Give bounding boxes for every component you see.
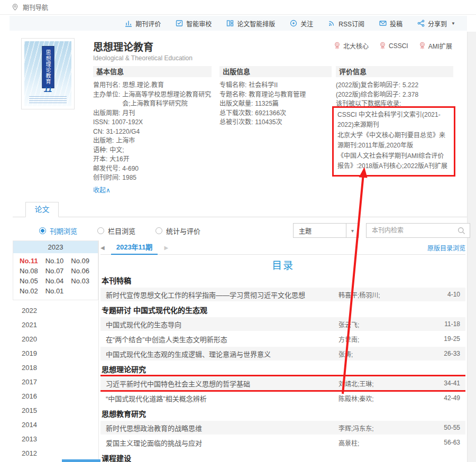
info-row: 曾用刊名:思想.理论.教育 [93,81,212,90]
current-issue-tab[interactable]: 2023年11期 [111,241,158,255]
badge-pku-core: 北大核心 [334,41,369,50]
info-row: 开本:大16开 [93,155,212,164]
toolbar-item-smart-proofread[interactable]: 智能审校 [176,19,212,28]
original-catalog-link[interactable]: 原版目录浏览 [427,243,465,252]
toolbar-item-label: 论文智能排版 [237,19,275,28]
journal-info-columns: 基本信息 曾用刊名:思想.理论.教育 主办单位:上海高等学校思想理论教育研究会;… [93,66,453,194]
medal-icon [419,42,426,50]
search-input[interactable] [367,227,457,234]
issue-no05[interactable]: No.05 [20,276,45,286]
medal-icon [334,42,341,50]
info-row: 邮发代号:4-690 [93,164,212,174]
collapse-link[interactable]: 收起∧ [93,185,111,194]
article-row[interactable]: 新时代思想政治教育的战略思维 李辉;冯东东; 50-55 [100,421,465,435]
year-item-2021[interactable]: 2021 [13,318,98,332]
toolbar-item-rss[interactable]: RSS订阅 [328,19,364,28]
journal-cover[interactable]: 思想理论教育 11 [21,38,75,109]
info-row: 主办单位:上海高等学校思想理论教育研究会;上海教育科学研究院 [93,90,212,109]
collapse-caret-icon: ∧ [106,187,111,194]
search-field-select[interactable]: 主题 ▾ [293,223,359,238]
section-name: 本刊特稿 [102,276,465,285]
journal-badges: 北大核心 CSSCI AMI扩展 [334,41,452,50]
year-item-2022[interactable]: 2022 [13,303,98,318]
issue-no08[interactable]: No.08 [20,266,45,276]
issue-no01[interactable]: No.01 [45,286,71,296]
radio-stats-evaluation[interactable]: 统计与评价 [155,226,200,236]
year-item-2019[interactable]: 2019 [13,346,98,361]
year-list: 2022 2021 2020 2019 2018 2017 2016 2015 … [13,303,98,462]
journal-cover-art: 思想理论教育 11 [24,41,71,106]
toolbar-item-smart-typeset[interactable]: 论文智能排版 [226,19,275,28]
next-issue-arrow-icon[interactable]: ▶ [164,245,168,251]
year-item-2016[interactable]: 2016 [13,389,98,403]
issue-no03[interactable]: No.03 [71,276,97,286]
toolbar-item-label: 分享到 [428,19,447,28]
source-entry: CSSCI 中文社会科学引文索引(2021-2022)来源期刊 [337,110,450,131]
article-row[interactable]: 新时代宣传思想文化工作的科学指南——学习贯彻习近平文化思想 韩喜平;杨羽川; 4… [100,288,465,301]
rss-icon [328,20,335,27]
toc-title: 目录 [100,260,465,272]
basic-info-header: 基本信息 [93,66,212,77]
year-block-2023: 2023 No.11 No.10 No.09 No.08 No.07 No.06… [13,241,98,300]
journal-title: 思想理论教育 [93,39,153,53]
article-row[interactable]: 在“两个结合”中创造人类生态文明新形态 方世南; 19-25 [100,332,465,346]
badge-label: AMI扩展 [428,41,452,50]
basic-info-column: 基本信息 曾用刊名:思想.理论.教育 主办单位:上海高等学校思想理论教育研究会;… [93,66,212,194]
magnifier-icon[interactable] [457,227,465,235]
article-row[interactable]: 爱国主义理论面临的挑战与应对 高景柱; 56-63 [100,436,465,449]
section-name: 思想理论研究 [102,365,465,374]
follow-eye-icon [290,20,297,27]
issue-no06[interactable]: No.06 [71,266,97,276]
year-item-2014[interactable]: 2014 [13,418,98,432]
toolbar-item-share[interactable]: 分享到 ▼ [417,19,455,28]
evaluation-info-column: 评价信息 (2022版)复合影响因子:5.222 (2022版)综合影响因子:2… [336,66,453,194]
tab-papers[interactable]: 论文 [25,202,59,217]
chevron-down-icon: ▾ [346,224,359,237]
toolbar-item-follow[interactable]: 关注 [290,19,313,28]
issue-no04[interactable]: No.04 [45,276,71,286]
info-row: 出版地:上海市 [93,136,212,146]
info-row: 创刊时间:1985 [93,173,212,183]
source-entry: 北京大学《中文核心期刊要目总览》来源期刊:2011年版,2020年版 [337,131,450,151]
year-item-2018[interactable]: 2018 [13,361,98,375]
breadcrumb: 期刊导航 [0,0,476,15]
article-row[interactable]: 中国式现代化生态观的生成逻辑、理论意涵与世界意义 张涛; 26-33 [100,347,465,361]
map-pin-icon [12,4,19,11]
section-name: 专题研讨 中国式现代化的生态观 [102,306,465,315]
issue-no07[interactable]: No.07 [45,266,71,276]
medal-icon [379,42,386,50]
source-entry: 《中国人文社会科学期刊AMI综合评价报告》:2018版A刊核心;2022版A刊扩… [337,151,450,172]
issue-year-panel: 2023 No.11 No.10 No.09 No.08 No.07 No.06… [13,241,99,462]
issue-no09[interactable]: No.09 [71,256,97,266]
year-item-2020[interactable]: 2020 [13,332,98,346]
in-journal-search: 主题 ▾ [293,223,470,238]
toolbar-item-submit[interactable]: 投稿 [379,19,402,28]
issue-no11[interactable]: No.11 [20,256,45,266]
year-item-2015[interactable]: 2015 [13,403,98,418]
issue-no10[interactable]: No.10 [45,256,71,266]
radio-unselected-icon [97,227,104,234]
issue-no02[interactable]: No.02 [20,286,45,296]
breadcrumb-label[interactable]: 期刊导航 [23,3,48,12]
info-row: 总下载次数:6921366次 [219,109,332,118]
toolbar-item-journal-evaluation[interactable]: 期刊评价 [125,19,161,28]
toolbar-item-label: 智能审校 [186,19,212,28]
year-item-2013[interactable]: 2013 [13,432,98,446]
issue-grid: No.11 No.10 No.09 No.08 No.07 No.06 No.0… [13,253,98,300]
chevron-down-icon: ▼ [451,21,455,26]
year-item-2017[interactable]: 2017 [13,375,98,389]
radio-issue-browse[interactable]: 刊期浏览 [39,226,77,236]
bottom-cutoff-element [62,459,100,462]
prev-issue-arrow-icon[interactable]: ◀ [100,245,105,251]
badge-ami: AMI扩展 [419,41,452,50]
article-row-highlighted[interactable]: 习近平新时代中国特色社会主义思想的哲学基础 刘靖北;王琳; 34-41 [100,376,465,390]
info-row: (2022版)综合影响因子:2.378 [336,90,453,100]
info-row: ISSN:1007-192X [93,118,212,127]
year-header[interactable]: 2023 [13,241,98,253]
scrollbar-gutter[interactable] [467,32,476,462]
article-row[interactable]: 中国式现代化的生态导向 张云飞; 11-18 [100,317,465,331]
radio-column-browse[interactable]: 栏目浏览 [97,226,135,236]
article-row[interactable]: “中国式现代化道路”相关概念辨析 陈殿林;秦欢; 42-49 [100,391,465,405]
year-item-2012[interactable]: 2012 [13,446,98,460]
cover-mini-text [29,96,67,103]
